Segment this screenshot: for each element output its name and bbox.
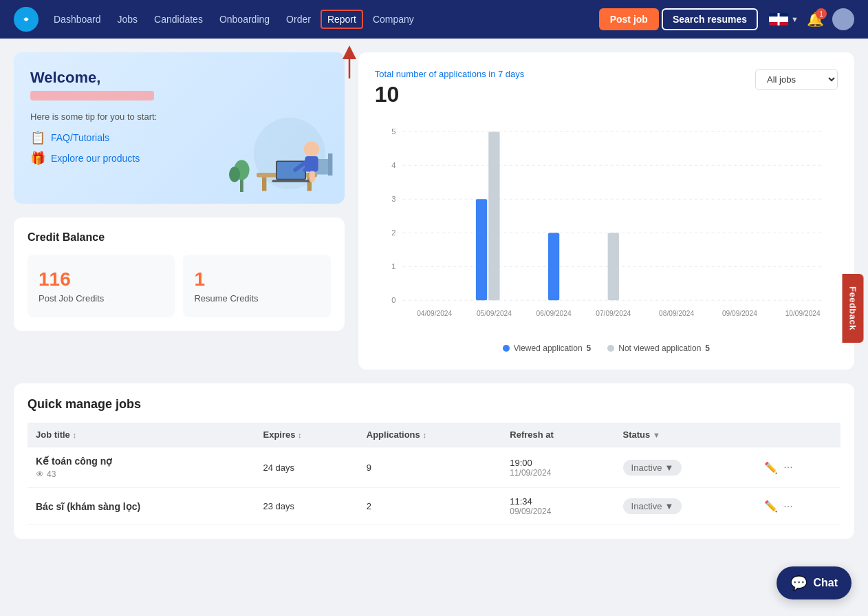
logo[interactable] xyxy=(14,7,39,32)
col-actions xyxy=(756,423,840,447)
job-title-2: Bác sĩ (khám sàng lọc) xyxy=(36,501,247,512)
welcome-illustration xyxy=(224,109,334,198)
svg-point-13 xyxy=(304,141,319,156)
svg-text:07/09/2024: 07/09/2024 xyxy=(596,310,631,317)
search-resumes-button[interactable]: Search resumes xyxy=(662,8,758,30)
nav-dashboard[interactable]: Dashboard xyxy=(47,10,108,29)
svg-text:4: 4 xyxy=(391,161,395,169)
products-icon: 🎁 xyxy=(30,151,45,166)
filter-icon-status[interactable]: ▼ xyxy=(653,431,660,439)
svg-text:5: 5 xyxy=(391,127,395,136)
applications-1: 9 xyxy=(358,447,501,488)
sort-icon-expires[interactable]: ↕ xyxy=(298,431,302,439)
chart-jobs-dropdown[interactable]: All jobs xyxy=(755,69,838,90)
status-badge-2[interactable]: Inactive ▼ xyxy=(623,498,682,514)
table-row: Bác sĩ (khám sàng lọc) 23 days 2 11:34 0… xyxy=(28,488,840,525)
svg-point-4 xyxy=(229,167,240,182)
col-job-title: Job title ↕ xyxy=(28,423,255,447)
legend-not-viewed-label: Not viewed application xyxy=(618,343,701,353)
resume-count: 1 xyxy=(194,268,319,290)
chevron-down-icon: ▼ xyxy=(664,463,673,473)
status-badge-1[interactable]: Inactive ▼ xyxy=(623,460,682,476)
welcome-title: Welcome, xyxy=(30,69,328,87)
expires-2: 23 days xyxy=(255,488,358,525)
svg-text:1: 1 xyxy=(391,262,395,270)
resume-label: Resume Credits xyxy=(194,293,319,304)
legend-not-viewed-dot xyxy=(607,345,614,352)
more-icon-1[interactable]: ··· xyxy=(783,461,792,474)
post-job-credits: 116 Post Job Credits xyxy=(28,255,175,317)
col-refresh-at: Refresh at xyxy=(501,423,614,447)
edit-icon-1[interactable]: ✏️ xyxy=(764,461,778,474)
notification-badge: 1 xyxy=(816,8,827,19)
navbar: Dashboard Jobs Candidates Onboarding Ord… xyxy=(0,0,868,39)
chart-legend: Viewed application 5 Not viewed applicat… xyxy=(375,343,838,353)
chart-total: 10 xyxy=(375,82,525,107)
nav-company[interactable]: Company xyxy=(366,10,421,29)
post-job-button[interactable]: Post job xyxy=(599,8,659,30)
svg-text:09/09/2024: 09/09/2024 xyxy=(722,310,757,317)
nav-icons: ▼ 🔔 1 xyxy=(769,8,854,30)
more-icon-2[interactable]: ··· xyxy=(783,500,792,513)
views-count-1: 43 xyxy=(47,469,56,479)
avatar[interactable] xyxy=(832,8,854,30)
svg-rect-37 xyxy=(488,131,499,300)
notifications-button[interactable]: 🔔 1 xyxy=(807,11,824,28)
feedback-tab[interactable]: Feedback xyxy=(843,274,864,343)
legend-viewed-count: 5 xyxy=(587,343,592,353)
language-selector[interactable]: ▼ xyxy=(769,13,799,25)
views-icon-1: 👁 xyxy=(36,469,44,479)
chart-card: Total number of applications in 7 days 1… xyxy=(358,52,854,370)
applications-2: 2 xyxy=(358,488,501,525)
legend-viewed-label: Viewed application xyxy=(514,343,583,353)
legend-not-viewed-count: 5 xyxy=(705,343,710,353)
svg-text:04/09/2024: 04/09/2024 xyxy=(417,310,452,317)
credit-balance-card: Credit Balance 116 Post Job Credits 1 Re… xyxy=(14,217,345,331)
edit-icon-2[interactable]: ✏️ xyxy=(764,500,778,513)
svg-rect-39 xyxy=(548,233,559,300)
svg-rect-6 xyxy=(262,177,266,191)
svg-rect-15 xyxy=(310,171,315,182)
refresh-2: 11:34 09/09/2024 xyxy=(501,488,614,525)
credit-balance-title: Credit Balance xyxy=(28,231,331,244)
svg-rect-40 xyxy=(607,233,618,300)
legend-viewed-dot xyxy=(503,345,510,352)
chevron-down-icon-2: ▼ xyxy=(664,501,673,511)
expires-1: 24 days xyxy=(255,447,358,488)
sort-icon-applications[interactable]: ↕ xyxy=(422,431,426,439)
jobs-table: Job title ↕ Expires ↕ Applications ↕ Ref… xyxy=(28,423,840,525)
svg-rect-9 xyxy=(328,153,332,176)
welcome-card: Welcome, Here is some tip for you to sta… xyxy=(14,52,345,204)
chart-subtitle: Total number of applications in 7 days xyxy=(375,69,525,79)
col-expires: Expires ↕ xyxy=(255,423,358,447)
nav-candidates[interactable]: Candidates xyxy=(147,10,210,29)
bar-chart: 5 4 3 2 1 0 04/09/2024 05/09/2024 06/09/… xyxy=(375,113,838,333)
nav-onboarding[interactable]: Onboarding xyxy=(213,10,276,29)
svg-text:08/09/2024: 08/09/2024 xyxy=(659,310,694,317)
col-applications: Applications ↕ xyxy=(358,423,501,447)
sort-icon-job-title[interactable]: ↕ xyxy=(72,431,76,439)
svg-rect-12 xyxy=(272,180,310,182)
quick-manage-section: Quick manage jobs Job title ↕ Expires ↕ … xyxy=(14,383,854,539)
svg-text:3: 3 xyxy=(391,195,395,203)
post-job-label: Post Job Credits xyxy=(39,293,164,304)
post-job-count: 116 xyxy=(39,268,164,290)
svg-text:10/09/2024: 10/09/2024 xyxy=(785,310,820,317)
svg-text:06/09/2024: 06/09/2024 xyxy=(536,310,571,317)
job-title-1: Kế toán công nợ xyxy=(36,456,247,467)
arrow-annotation xyxy=(336,45,363,82)
nav-jobs[interactable]: Jobs xyxy=(111,10,145,29)
svg-rect-38 xyxy=(476,199,487,300)
svg-text:05/09/2024: 05/09/2024 xyxy=(477,310,512,317)
table-row: Kế toán công nợ 👁 43 24 days 9 19:00 11/… xyxy=(28,447,840,488)
col-status: Status ▼ xyxy=(615,423,757,447)
resume-credits: 1 Resume Credits xyxy=(183,255,330,317)
refresh-1: 19:00 11/09/2024 xyxy=(501,447,614,488)
faq-icon: 📋 xyxy=(30,130,45,145)
svg-text:2: 2 xyxy=(391,229,395,237)
svg-text:0: 0 xyxy=(391,296,395,304)
welcome-name-blur xyxy=(30,91,154,100)
nav-report[interactable]: Report xyxy=(321,10,363,29)
nav-order[interactable]: Order xyxy=(279,10,318,29)
quick-manage-title: Quick manage jobs xyxy=(28,397,840,412)
